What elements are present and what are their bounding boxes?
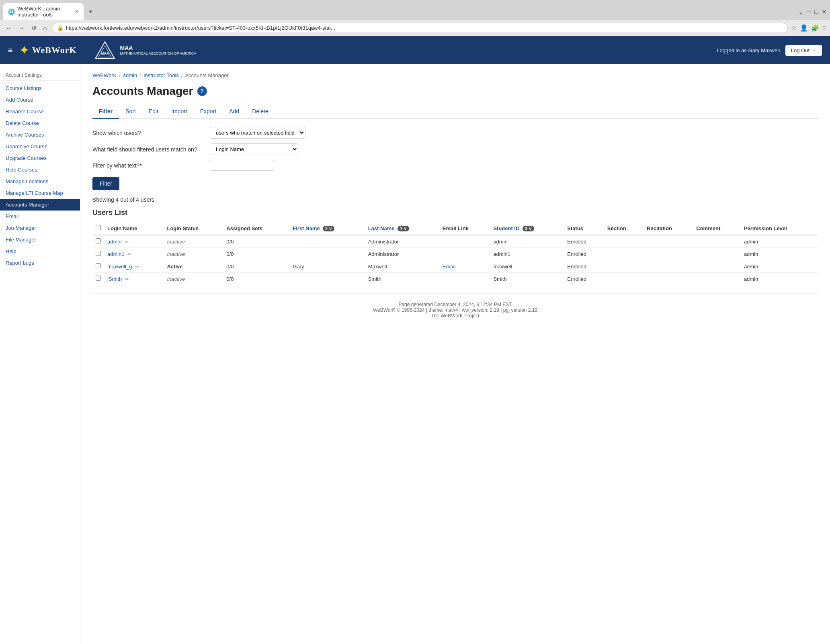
show-which-select[interactable]: users who match on selected field all us… — [210, 127, 305, 139]
row-checkbox-0[interactable] — [92, 235, 104, 248]
tab-import[interactable]: Import — [165, 105, 194, 119]
sidebar-item-hide-courses[interactable]: Hide Courses — [0, 164, 80, 176]
tab-list-icon[interactable]: ⌄ — [798, 8, 803, 16]
users-table: Login Name Login Status Assigned Sets Fi… — [92, 222, 818, 285]
row-check-2[interactable] — [96, 263, 101, 268]
row-first-name-2: Gary — [289, 260, 365, 273]
row-login-3: jSmith ✏ — [104, 273, 164, 285]
users-list-title: Users List — [92, 209, 818, 217]
edit-icon-2[interactable]: ✏ — [135, 264, 139, 270]
tab-edit[interactable]: Edit — [142, 105, 165, 119]
row-email-link-3 — [439, 273, 490, 285]
table-row: admin ✏ Inactive 0/0 Administrator admin… — [92, 235, 818, 248]
row-student-id-0: admin — [490, 235, 564, 248]
row-status-1: Enrolled — [564, 248, 604, 260]
breadcrumb-webwork[interactable]: WeBWorK — [92, 72, 117, 78]
minimize-button[interactable]: ─ — [807, 8, 811, 15]
showing-text: Showing 4 out of 4 users — [92, 196, 818, 203]
maa-logo: MAA MAA MATHEMATICAL ASSOCIATION OF AMER… — [93, 40, 197, 60]
extensions-icon[interactable]: 🧩 — [811, 24, 819, 32]
row-last-name-2: Maxwell — [365, 260, 439, 273]
row-checkbox-3[interactable] — [92, 273, 104, 285]
bookmark-icon[interactable]: ☆ — [791, 24, 797, 32]
menu-icon[interactable]: ≡ — [822, 25, 826, 32]
url-input[interactable] — [66, 25, 783, 31]
tab-filter[interactable]: Filter — [92, 105, 119, 119]
sidebar-item-file-manager[interactable]: File Manager — [0, 234, 80, 245]
profile-icon[interactable]: 👤 — [800, 24, 808, 32]
home-button[interactable]: ⌂ — [41, 23, 49, 33]
row-email-link-1 — [439, 248, 490, 260]
sidebar-item-course-listings[interactable]: Course Listings — [0, 82, 80, 94]
sidebar-item-job-manager[interactable]: Job Manager — [0, 222, 80, 234]
row-first-name-0 — [289, 235, 365, 248]
edit-icon-3[interactable]: ✏ — [125, 276, 129, 282]
tab-delete[interactable]: Delete — [246, 105, 275, 119]
tab-add[interactable]: Add — [223, 105, 246, 119]
row-checkbox-1[interactable] — [92, 248, 104, 260]
row-last-name-0: Administrator — [365, 235, 439, 248]
help-icon[interactable]: ? — [197, 86, 207, 96]
new-tab-button[interactable]: + — [85, 6, 96, 18]
row-check-0[interactable] — [96, 238, 101, 243]
tab-close-button[interactable]: ✕ — [75, 9, 79, 14]
sidebar-item-unarchive-course[interactable]: Unarchive Course — [0, 141, 80, 152]
security-icon: 🔒 — [57, 25, 64, 31]
logout-button[interactable]: Log Out → — [785, 45, 822, 56]
row-assigned-sets-1: 0/0 — [223, 248, 289, 260]
sidebar-item-rename-course[interactable]: Rename Course — [0, 106, 80, 117]
show-which-label: Show which users? — [92, 130, 205, 136]
field-match-select[interactable]: Login Name First Name Last Name Email St… — [210, 143, 298, 155]
login-link-0[interactable]: admin — [107, 239, 121, 245]
th-first-name[interactable]: First Name 2 ∨ — [289, 222, 365, 235]
sidebar-item-upgrade-courses[interactable]: Upgrade Courses — [0, 152, 80, 164]
select-all-checkbox[interactable] — [96, 225, 101, 230]
row-login-status-0: Inactive — [164, 235, 223, 248]
row-recitation-2 — [644, 260, 693, 273]
sidebar-item-report-bugs[interactable]: Report bugs — [0, 257, 80, 269]
sidebar-item-accounts-manager[interactable]: Accounts Manager — [0, 199, 80, 211]
sidebar-item-manage-lti[interactable]: Manage LTI Course Map — [0, 187, 80, 199]
filter-button[interactable]: Filter — [92, 177, 119, 190]
row-section-2 — [604, 260, 644, 273]
sidebar-item-manage-locations[interactable]: Manage Locations — [0, 176, 80, 187]
email-link-2[interactable]: Email — [443, 264, 456, 270]
first-name-sort-badge: 2 ∨ — [323, 226, 334, 231]
row-student-id-2: maxwell — [490, 260, 564, 273]
th-status: Status — [564, 222, 604, 235]
sidebar-item-email[interactable]: Email — [0, 211, 80, 222]
breadcrumb-instructor-tools[interactable]: Instructor Tools — [143, 72, 179, 78]
maximize-button[interactable]: □ — [814, 8, 818, 15]
row-check-1[interactable] — [96, 251, 101, 256]
th-last-name[interactable]: Last Name 1 ∨ — [365, 222, 439, 235]
row-check-3[interactable] — [96, 276, 101, 281]
login-link-2[interactable]: maxwell_g — [107, 264, 132, 270]
hamburger-menu[interactable]: ≡ — [8, 46, 13, 55]
tab-sort[interactable]: Sort — [119, 105, 142, 119]
row-recitation-3 — [644, 273, 693, 285]
login-link-1[interactable]: admin1 — [107, 251, 125, 257]
address-bar[interactable]: 🔒 — [52, 23, 788, 33]
edit-icon-0[interactable]: ✏ — [125, 239, 129, 245]
filter-text-input[interactable] — [210, 160, 274, 171]
app-logo: ✦ WeBWorK — [19, 44, 77, 57]
row-permission-0: admin — [741, 235, 818, 248]
row-checkbox-2[interactable] — [92, 260, 104, 273]
sidebar-item-delete-course[interactable]: Delete Course — [0, 117, 80, 129]
th-student-id[interactable]: Student ID 3 ∨ — [490, 222, 564, 235]
footer-line2: WeBWorK © 1996-2024 | theme: math4 | ww_… — [100, 307, 810, 313]
refresh-button[interactable]: ↺ — [30, 22, 38, 33]
breadcrumb-admin[interactable]: admin — [123, 72, 137, 78]
sidebar-item-archive-courses[interactable]: Archive Courses — [0, 129, 80, 141]
sidebar-item-add-course[interactable]: Add Course — [0, 94, 80, 106]
close-button[interactable]: ✕ — [822, 8, 827, 16]
tab-export[interactable]: Export — [194, 105, 223, 119]
forward-button[interactable]: → — [17, 23, 27, 33]
filter-text-label: Filter by what text?* — [92, 162, 205, 169]
login-link-3[interactable]: jSmith — [107, 276, 122, 282]
sidebar-item-help[interactable]: Help — [0, 245, 80, 257]
edit-icon-1[interactable]: ✏ — [127, 251, 131, 257]
field-match-label: What field should filtered users match o… — [92, 146, 205, 153]
browser-tab[interactable]: 🌐 WeBWorK : admin : Instructor Tools ✕ — [3, 3, 84, 20]
back-button[interactable]: ← — [4, 23, 14, 33]
